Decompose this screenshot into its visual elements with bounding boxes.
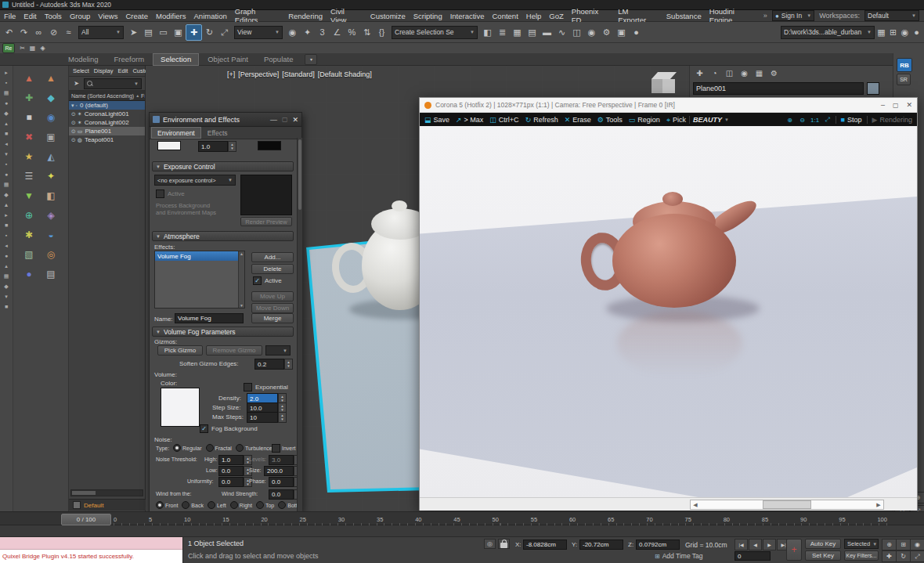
set-keys-button[interactable]: + (786, 539, 802, 561)
select-icon[interactable]: ➤ (71, 78, 81, 88)
unlink-selection-icon[interactable]: ⊘ (46, 25, 61, 40)
toolbar-icon[interactable]: ▼ (18, 186, 40, 205)
close-icon[interactable]: ✕ (906, 101, 912, 109)
toolbar-icon[interactable]: ⊕ (18, 205, 40, 225)
radio-icon[interactable] (208, 501, 215, 509)
schematic-view-icon[interactable]: ◫ (569, 25, 584, 40)
soften-field[interactable]: 0.2 (254, 359, 284, 370)
listener-pane[interactable]: Quixel Bridge Plugin v4.15 started succe… (0, 550, 182, 563)
toolbar-icon[interactable]: ◆ (2, 108, 12, 118)
maximize-icon[interactable]: ▢ (893, 102, 899, 109)
redo-icon[interactable]: ↷ (16, 25, 31, 40)
snaps-toggle-icon[interactable]: 3 (315, 25, 330, 40)
size-field[interactable]: 200.0 (264, 466, 294, 476)
tools-button[interactable]: ⚙ Tools (594, 113, 626, 127)
merge-button[interactable]: Merge (251, 313, 294, 323)
menu-item[interactable]: Animation (190, 10, 231, 22)
toolbar-icon[interactable]: ▲ (18, 68, 40, 88)
pan-icon[interactable]: ✚ (882, 550, 897, 562)
render-shaded-icon[interactable]: ◉ (899, 25, 911, 40)
select-and-move-icon[interactable]: ✚ (186, 24, 202, 41)
maximize-viewport-icon[interactable]: ⤢ (910, 550, 924, 562)
grid-tools-icon[interactable]: ⊞ (887, 25, 899, 40)
toolbar-icon[interactable]: ◈ (40, 205, 62, 225)
toolbar-icon[interactable]: ▲ (2, 200, 12, 210)
toolbar-icon[interactable]: ▴ (2, 261, 12, 271)
viewport-label-segment[interactable]: [Perspective] (238, 70, 279, 78)
exposure-control-select[interactable]: <no exposure control> ▼ (154, 175, 236, 186)
named-selection-sets-icon[interactable]: {} (374, 25, 389, 40)
ribbon-tab[interactable]: Object Paint (200, 53, 255, 65)
scroll-up-icon[interactable]: ▲ (240, 251, 244, 256)
max-steps-field[interactable]: 10 (247, 412, 278, 423)
row-icons[interactable]: ⊙ ◍ (71, 137, 82, 143)
zoom-icon[interactable]: ⊕ (882, 539, 897, 550)
project-path-select[interactable]: D:\work\3ds...able_durban ▼ (781, 26, 875, 39)
key-mode-select[interactable]: Selected ▼ (844, 539, 879, 549)
toolbar-icon[interactable]: ■ (18, 107, 40, 127)
low-field[interactable]: 0.0 (218, 466, 244, 476)
copy-button[interactable]: ◫ Ctrl+C (486, 113, 522, 127)
radio-icon[interactable] (230, 501, 238, 509)
toolbar-icon[interactable]: ● (2, 251, 12, 261)
menu-item[interactable]: Rendering (284, 10, 327, 22)
pick-gizmo-button[interactable]: Pick Gizmo (157, 345, 203, 355)
re-plugin-button[interactable]: Re (2, 43, 15, 53)
fog-color-swatch[interactable] (161, 388, 200, 427)
sr-plugin-button[interactable]: SR (897, 74, 911, 85)
scene-explorer-toggle-icon[interactable]: ▦ (510, 25, 525, 40)
select-and-rotate-icon[interactable]: ↻ (202, 25, 217, 40)
toolbar-icon[interactable]: ◆ (40, 88, 62, 107)
orbit-icon[interactable]: ↻ (896, 550, 911, 562)
uniformity-field[interactable]: 0.0 (218, 477, 244, 487)
scene-object-row[interactable]: ⊙ ✶ CoronaLight002 (69, 118, 145, 127)
toolbar-icon[interactable]: ▾ (2, 291, 12, 301)
rb-plugin-button[interactable]: RB (897, 58, 912, 72)
ribbon-tab[interactable]: Populate (257, 53, 301, 65)
isolate-selection-toggle[interactable]: ◎ (484, 539, 496, 549)
toolbar-icon[interactable]: ■ (2, 220, 12, 230)
menu-item[interactable]: Group (66, 10, 94, 22)
current-frame-field[interactable]: 0 (735, 551, 771, 561)
explorer-menu-item[interactable]: Edit (115, 65, 130, 77)
radio-icon[interactable] (206, 444, 214, 452)
named-selection-set-select[interactable]: Create Selection Se ▼ (392, 26, 478, 39)
menu-item[interactable]: Scripting (410, 10, 446, 22)
radio-option[interactable]: Fractal (206, 444, 232, 452)
toolbar-icon[interactable]: ▲ (40, 68, 62, 88)
rollout-exposure-control[interactable]: ▼ Exposure Control (152, 161, 294, 171)
zoom-actual-icon[interactable]: 1:1 (809, 114, 821, 125)
exposure-active-checkbox[interactable] (156, 189, 164, 198)
explorer-menu-item[interactable]: Display (92, 65, 116, 77)
motion-tab-icon[interactable]: ◉ (738, 67, 751, 79)
scrollbar-thumb[interactable] (298, 139, 301, 210)
maxscript-listener[interactable]: Quixel Bridge Plugin v4.15 started succe… (0, 537, 183, 563)
menu-item[interactable]: Content (489, 10, 522, 22)
active-layer-label[interactable]: Default (84, 502, 103, 509)
scroll-down-icon[interactable]: ▼ (240, 303, 244, 308)
corona-hscrollbar[interactable]: ◀ ▶ (690, 500, 884, 510)
toolbar-icon[interactable]: ▸ (2, 67, 12, 78)
render-element-select[interactable]: BEAUTY ▼ (690, 113, 732, 127)
dialog-tab[interactable]: Effects (202, 128, 233, 138)
wind-strength-field[interactable]: 0.0 (269, 489, 294, 500)
toolbar-icon[interactable]: ◧ (40, 186, 62, 205)
toolbar-icon[interactable]: ✂ (17, 44, 27, 52)
toolbar-icon[interactable]: ☰ (18, 166, 40, 186)
macro-recorder-pane[interactable] (0, 537, 182, 550)
menu-item[interactable]: LM Exporter (614, 10, 662, 22)
zoom-in-icon[interactable]: ⊕ (784, 114, 796, 125)
y-coordinate-field[interactable]: -20.72cm (579, 540, 623, 550)
menu-item[interactable]: Houdini Engine (706, 10, 763, 22)
ambient-color-swatch[interactable] (258, 141, 281, 150)
explorer-search-input[interactable]: ▼ (84, 78, 142, 89)
radio-icon[interactable] (182, 501, 189, 509)
viewport-label-segment[interactable]: [+] (227, 70, 235, 78)
toolbar-icon[interactable]: ▸ (2, 210, 12, 220)
zoom-fit-icon[interactable]: ⤢ (821, 114, 834, 125)
radio-icon[interactable] (278, 501, 286, 509)
layer-explorer-icon[interactable]: ▤ (525, 25, 540, 40)
ribbon-tab[interactable]: Freeform (107, 53, 152, 65)
zoom-extents-icon[interactable]: ◉ (910, 539, 924, 550)
menu-item[interactable]: Customize (366, 10, 410, 22)
